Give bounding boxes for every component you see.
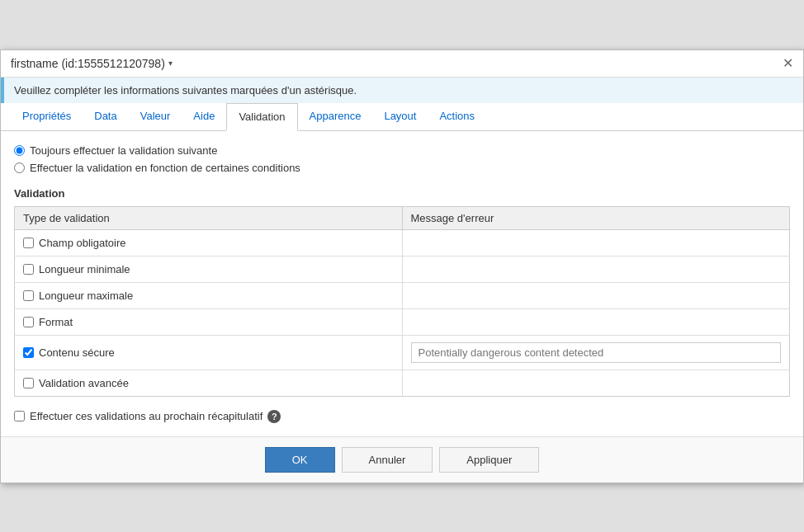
contenu-error-input[interactable] <box>411 342 782 363</box>
info-message: Veuillez compléter les informations suiv… <box>14 84 357 97</box>
radio-option-2[interactable]: Effectuer la validation en fonction de c… <box>14 162 790 174</box>
title-dropdown-arrow[interactable]: ▾ <box>168 59 173 68</box>
validation-table: Type de validation Message d'erreur Cham… <box>14 206 790 397</box>
tab-actions[interactable]: Actions <box>428 103 486 131</box>
ok-button[interactable]: OK <box>265 447 335 473</box>
cancel-button[interactable]: Annuler <box>342 447 433 473</box>
apply-button[interactable]: Appliquer <box>439 447 539 473</box>
checkbox-longueur-maximale[interactable] <box>23 290 34 301</box>
longueur-max-label-text: Longueur maximale <box>39 290 133 302</box>
row-validation-avancee-error <box>402 370 790 396</box>
row-format-cell: Format <box>15 308 403 335</box>
table-row: Contenu sécure <box>15 335 790 370</box>
checkbox-contenu-secure[interactable] <box>23 347 34 358</box>
validation-avancee-label-text: Validation avancée <box>39 377 129 389</box>
table-row: Champ obligatoire <box>15 229 790 256</box>
row-format-error <box>402 308 790 335</box>
radio-option-2-label: Effectuer la validation en fonction de c… <box>30 162 300 174</box>
checkbox-recap[interactable] <box>14 411 25 421</box>
radio-option-1-label: Toujours effectuer la validation suivant… <box>30 144 217 157</box>
table-row: Format <box>15 308 790 335</box>
checkbox-longueur-minimale[interactable] <box>23 264 34 275</box>
row-contenu-error <box>402 335 790 370</box>
info-bar: Veuillez compléter les informations suiv… <box>1 78 803 103</box>
table-row: Validation avancée <box>15 370 790 396</box>
titlebar: firstname (id:1555512120798) ▾ ✕ <box>1 50 803 78</box>
tab-aide[interactable]: Aide <box>182 103 226 131</box>
col-error: Message d'erreur <box>402 206 790 229</box>
close-button[interactable]: ✕ <box>783 57 793 70</box>
recap-label: Effectuer ces validations au prochain ré… <box>30 410 262 422</box>
table-row: Longueur minimale <box>15 256 790 282</box>
row-format-label[interactable]: Format <box>23 316 394 328</box>
tab-proprietes[interactable]: Propriétés <box>11 103 83 131</box>
content-area: Toujours effectuer la validation suivant… <box>1 131 803 436</box>
section-title: Validation <box>14 187 790 200</box>
help-icon[interactable]: ? <box>267 410 281 423</box>
radio-option-1[interactable]: Toujours effectuer la validation suivant… <box>14 144 790 157</box>
row-contenu-label[interactable]: Contenu sécure <box>23 346 394 359</box>
radio-group: Toujours effectuer la validation suivant… <box>14 144 790 174</box>
tab-bar: Propriétés Data Valeur Aide Validation A… <box>1 103 803 131</box>
dialog-footer: OK Annuler Appliquer <box>1 436 803 483</box>
row-longueur-min-cell: Longueur minimale <box>15 256 403 282</box>
format-label-text: Format <box>39 316 73 328</box>
tab-valeur[interactable]: Valeur <box>129 103 182 131</box>
tab-data[interactable]: Data <box>83 103 128 131</box>
dialog: firstname (id:1555512120798) ▾ ✕ Veuille… <box>0 49 804 483</box>
longueur-min-label-text: Longueur minimale <box>39 263 130 275</box>
tab-validation[interactable]: Validation <box>226 103 297 131</box>
row-longueur-max-error <box>402 282 790 308</box>
row-champ-cell: Champ obligatoire <box>15 229 403 256</box>
checkbox-format[interactable] <box>23 317 34 327</box>
title-text: firstname (id:1555512120798) <box>11 57 165 70</box>
row-validation-avancee-label[interactable]: Validation avancée <box>23 377 394 389</box>
row-longueur-max-label[interactable]: Longueur maximale <box>23 290 394 302</box>
champ-label-text: Champ obligatoire <box>39 237 126 249</box>
tab-layout[interactable]: Layout <box>372 103 428 131</box>
row-longueur-min-error <box>402 256 790 282</box>
checkbox-champ-obligatoire[interactable] <box>23 238 34 248</box>
table-header-row: Type de validation Message d'erreur <box>15 206 790 229</box>
recap-row: Effectuer ces validations au prochain ré… <box>14 410 790 423</box>
row-longueur-min-label[interactable]: Longueur minimale <box>23 263 394 275</box>
table-row: Longueur maximale <box>15 282 790 308</box>
row-validation-avancee-cell: Validation avancée <box>15 370 403 396</box>
col-type: Type de validation <box>15 206 403 229</box>
radio-conditional[interactable] <box>14 162 25 173</box>
contenu-label-text: Contenu sécure <box>39 346 115 359</box>
checkbox-validation-avancee[interactable] <box>23 378 34 388</box>
dialog-title: firstname (id:1555512120798) ▾ <box>11 57 173 70</box>
tab-apparence[interactable]: Apparence <box>298 103 373 131</box>
radio-always[interactable] <box>14 145 25 156</box>
row-champ-label[interactable]: Champ obligatoire <box>23 237 394 249</box>
row-longueur-max-cell: Longueur maximale <box>15 282 403 308</box>
row-contenu-cell: Contenu sécure <box>15 335 403 370</box>
row-champ-error <box>402 229 790 256</box>
